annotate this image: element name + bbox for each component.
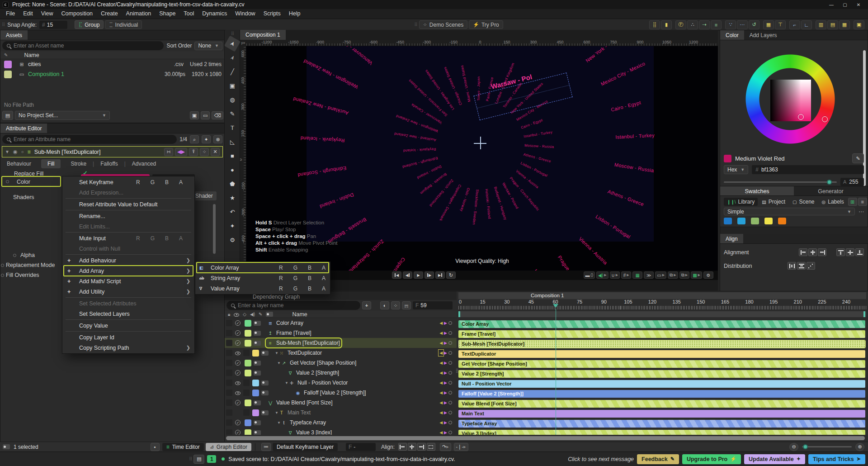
- line-tool[interactable]: ╱: [226, 66, 238, 78]
- onion-skin-icon[interactable]: ◐: [380, 301, 389, 309]
- color-chip-icon[interactable]: [266, 312, 273, 317]
- menu-dynamics[interactable]: Dynamics: [198, 9, 231, 19]
- channel-g[interactable]: G: [151, 235, 155, 242]
- table-icon[interactable]: ▦: [763, 20, 774, 29]
- hex-field[interactable]: # bf1363: [752, 165, 864, 174]
- cube-icon[interactable]: ◇: [243, 312, 246, 317]
- stopwatch-icon[interactable]: [448, 331, 452, 335]
- layers-icon[interactable]: ⧉▶: [668, 271, 678, 279]
- ellipse-tool[interactable]: ●: [226, 164, 238, 176]
- eye-icon[interactable]: [235, 352, 241, 355]
- list-view-icon[interactable]: ≡: [858, 198, 867, 206]
- next-frame-button[interactable]: ▶: [425, 271, 434, 279]
- attribute-layer-header[interactable]: ▼ ◉ ○ ≡ Sub-Mesh [TextDuplicator] ∺ ◀▶ ⍒…: [2, 146, 223, 157]
- keyframe-frame-field[interactable]: F-: [346, 443, 376, 451]
- keyframe-nav-left-icon[interactable]: ◀: [439, 361, 443, 365]
- timeline-bar-color-array[interactable]: Color Array: [458, 320, 865, 328]
- expand-chevron-icon[interactable]: ▼: [275, 411, 278, 415]
- color-attribute-label[interactable]: Color: [17, 179, 30, 185]
- select-tool[interactable]: ➤: [224, 35, 241, 52]
- play-button[interactable]: ▶: [414, 271, 423, 279]
- layer-chip-icon[interactable]: [261, 390, 269, 395]
- attr-tab-stroke[interactable]: Stroke: [64, 159, 93, 168]
- timeline-bar-get-vector-shape-position[interactable]: Get Vector [Shape Position]: [458, 360, 865, 368]
- dot-toggle-button[interactable]: ▪: [151, 443, 160, 451]
- sparkle-tool[interactable]: ✦: [226, 220, 238, 232]
- status-hint[interactable]: Click to see next message: [568, 456, 634, 462]
- try-pro-button[interactable]: ⚡ Try Pro: [469, 20, 503, 29]
- sv-picker-dot[interactable]: [798, 114, 804, 120]
- library-tab-library[interactable]: ❙❙\Library: [724, 198, 758, 206]
- menu-tool[interactable]: Tool: [179, 9, 198, 19]
- monitor-icon[interactable]: ▭: [201, 111, 210, 119]
- stopwatch-icon[interactable]: [448, 351, 452, 355]
- check-circle-icon[interactable]: ◉: [13, 149, 18, 155]
- radio-circle-icon[interactable]: ○: [21, 149, 24, 154]
- menu-create[interactable]: Create: [97, 9, 122, 19]
- layer-color-swatch[interactable]: [245, 320, 251, 327]
- align-bottom-icon[interactable]: ∟: [801, 20, 812, 29]
- viewport-canvas[interactable]: Tokyo - JapanMiami - United StatesChicag…: [246, 46, 718, 271]
- keyframe-layer-select[interactable]: Default Keyframe Layer: [273, 443, 338, 451]
- expand-chevron-icon[interactable]: ▼: [275, 351, 278, 355]
- distribute-grid-button[interactable]: [807, 262, 815, 270]
- timeline-bar-textduplicator[interactable]: TextDuplicator: [458, 350, 865, 358]
- project-set-select[interactable]: No Project Set...▼: [15, 111, 110, 120]
- swatch-set-select[interactable]: Simple▼: [724, 208, 855, 215]
- tips-and-tricks-button[interactable]: Tips and Tricks➤: [808, 454, 865, 464]
- cube-icon[interactable]: ▮: [661, 20, 672, 29]
- keyframe-nav-left-icon[interactable]: ◀: [439, 331, 443, 335]
- channel-b[interactable]: B: [165, 179, 169, 185]
- swatch-1[interactable]: [737, 218, 745, 224]
- expand-chevron-icon[interactable]: ▼: [277, 361, 281, 365]
- stopwatch-icon[interactable]: [448, 431, 452, 434]
- timeline-bar-falloff-value-2-strength[interactable]: Falloff [Value 2 [Strength]]: [458, 390, 865, 398]
- layer-row-textduplicator[interactable]: ▼⁙TextDuplicator◀▶: [225, 348, 457, 358]
- layer-row-sub-mesh-textduplicator[interactable]: ✓≡Sub-Mesh [TextDuplicator]◀▶: [225, 338, 457, 348]
- library-tab-project[interactable]: ▤Project: [759, 198, 788, 206]
- menu-item-add-utility[interactable]: +Add Utility❯: [62, 286, 194, 297]
- tab-assets[interactable]: Assets: [0, 30, 28, 40]
- menu-scripts[interactable]: Scripts: [259, 9, 285, 19]
- polygon-tool[interactable]: ⬟: [226, 178, 238, 190]
- node-io-icon[interactable]: ∺: [164, 148, 173, 156]
- menu-file[interactable]: File: [2, 9, 19, 19]
- horizontal-ruler[interactable]: -1200-1050-900-750-600-450-300-150015030…: [246, 40, 718, 46]
- keyframe-nav-right-icon[interactable]: ▶: [444, 341, 447, 345]
- align-left-button[interactable]: [799, 248, 807, 256]
- channel-g[interactable]: G: [293, 285, 297, 292]
- skew-tool[interactable]: ◺: [226, 136, 238, 148]
- hammer-icon[interactable]: ⊤: [775, 20, 786, 29]
- frame-select-button[interactable]: [427, 443, 435, 451]
- lock-icon[interactable]: 🔒︎: [228, 312, 230, 317]
- keyframe-nav-right-icon[interactable]: ▶: [444, 351, 447, 355]
- grid-cells-icon[interactable]: ▦: [839, 20, 850, 29]
- zoom-in-icon[interactable]: ⊕: [855, 443, 864, 451]
- layout-icon[interactable]: ▦: [632, 271, 642, 279]
- timeline-bar-typeface-array[interactable]: Typeface Array: [458, 420, 865, 428]
- stopwatch-icon[interactable]: [448, 401, 452, 404]
- channel-g[interactable]: G: [151, 179, 155, 185]
- keyframe-nav-right-icon[interactable]: ▶: [444, 361, 447, 365]
- swatch-4[interactable]: [778, 218, 786, 224]
- maximize-button[interactable]: ▢: [838, 2, 852, 7]
- rows-icon[interactable]: ▤: [827, 20, 838, 29]
- message-count-badge[interactable]: 1: [207, 455, 216, 463]
- vertical-ruler[interactable]: 6004503001500-150-300-450: [240, 46, 246, 271]
- menu-item-copy-scripting-path[interactable]: Copy Scripting Path❯: [62, 342, 194, 353]
- alpha-slider[interactable]: [724, 181, 837, 183]
- pin-icon[interactable]: ⍒: [189, 148, 198, 156]
- render-icon[interactable]: ▣: [854, 20, 864, 29]
- menu-window[interactable]: Window: [231, 9, 259, 19]
- motion-path-icon[interactable]: ⇢: [699, 20, 710, 29]
- eye-icon[interactable]: [235, 381, 241, 385]
- text-tool[interactable]: T: [226, 122, 238, 134]
- attr-tab-behaviour[interactable]: Behaviour: [0, 159, 38, 168]
- collapse-chevron-icon[interactable]: ▼: [5, 149, 9, 154]
- asset-search-input[interactable]: [14, 43, 159, 49]
- color-wheel[interactable]: [745, 53, 836, 145]
- stopwatch-icon[interactable]: [448, 421, 452, 424]
- alpha-slider-knob[interactable]: [827, 180, 832, 185]
- stopwatch-icon[interactable]: [448, 371, 452, 375]
- channel-a[interactable]: A: [322, 275, 326, 281]
